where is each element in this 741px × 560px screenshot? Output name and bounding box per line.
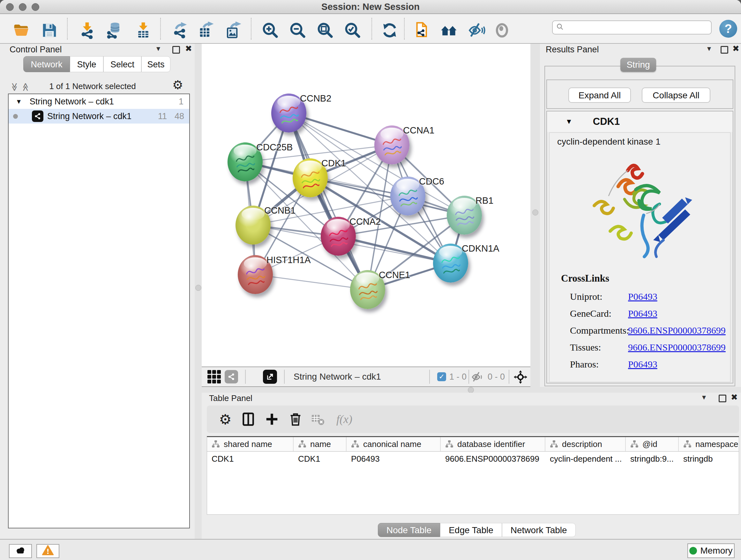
tab-select[interactable]: Select bbox=[104, 56, 141, 72]
export-table-button[interactable] bbox=[197, 22, 216, 40]
right-splitter-handle[interactable] bbox=[532, 209, 538, 215]
panel-menu-caret-icon[interactable]: ▾ bbox=[156, 44, 160, 53]
left-splitter[interactable] bbox=[195, 44, 202, 539]
table-cell[interactable]: stringdb bbox=[679, 452, 739, 466]
selected-checkbox-icon[interactable]: ✓ bbox=[437, 372, 446, 381]
panel-float-icon[interactable] bbox=[719, 395, 726, 402]
table-cell[interactable]: stringdb:9... bbox=[626, 452, 679, 466]
network-share-badge-icon bbox=[32, 111, 44, 122]
panel-float-icon[interactable] bbox=[721, 46, 728, 54]
tab-network[interactable]: Network bbox=[23, 56, 70, 72]
node-label-cdc25b: CDC25B bbox=[256, 142, 293, 152]
delete-column-trash-icon[interactable] bbox=[286, 406, 305, 433]
cloud-status-button[interactable] bbox=[9, 544, 32, 558]
panel-close-icon[interactable]: ✖ bbox=[731, 392, 738, 402]
memory-button[interactable]: Memory bbox=[687, 543, 735, 558]
export-network-button[interactable] bbox=[171, 22, 190, 40]
bottom-splitter-handle[interactable] bbox=[468, 387, 474, 393]
column-header-namespace[interactable]: namespace bbox=[679, 437, 739, 451]
collapse-all-chevron-icon[interactable]: ≫ bbox=[10, 83, 19, 91]
tab-node-table[interactable]: Node Table bbox=[378, 523, 440, 537]
zoom-in-button[interactable] bbox=[261, 22, 280, 40]
zoom-selected-button[interactable] bbox=[343, 22, 362, 40]
table-settings-gear-icon[interactable]: ⚙ bbox=[216, 406, 235, 433]
show-glass-button[interactable] bbox=[493, 22, 511, 40]
crosslink-value[interactable]: 9606.ENSP00000378699 bbox=[628, 342, 726, 353]
table-panel: Table Panel ▾ ✖ ⚙ f(x) shared namenameca… bbox=[202, 393, 741, 539]
save-session-button[interactable] bbox=[40, 22, 59, 40]
tab-network-table[interactable]: Network Table bbox=[502, 523, 576, 537]
table-row[interactable]: CDK1CDK1P064939606.ENSP00000378699cyclin… bbox=[207, 452, 739, 466]
toolbar-divider bbox=[245, 370, 246, 384]
crosslink-value[interactable]: P06493 bbox=[628, 359, 657, 369]
panel-menu-caret-icon[interactable]: ▾ bbox=[707, 44, 711, 53]
table-cell[interactable]: P06493 bbox=[347, 452, 441, 466]
show-columns-icon[interactable] bbox=[239, 406, 258, 433]
zoom-out-button[interactable] bbox=[288, 22, 307, 40]
import-database-icon bbox=[105, 22, 123, 40]
tree-expand-caret-icon[interactable]: ▼ bbox=[16, 98, 22, 105]
column-header-shared-name[interactable]: shared name bbox=[207, 437, 293, 451]
crosslink-value[interactable]: P06493 bbox=[628, 308, 657, 319]
open-session-button[interactable] bbox=[12, 22, 30, 40]
toolbar-divider bbox=[67, 18, 68, 40]
string-home-button[interactable] bbox=[440, 22, 458, 40]
panel-close-icon[interactable]: ✖ bbox=[732, 44, 739, 54]
import-table-button[interactable] bbox=[134, 22, 152, 40]
tab-string[interactable]: String bbox=[620, 58, 656, 72]
export-image-button[interactable] bbox=[224, 22, 243, 40]
cdk1-entry-header[interactable]: ▼ CDK1 bbox=[547, 111, 733, 132]
left-splitter-handle[interactable] bbox=[195, 285, 201, 291]
results-panel: Results Panel ▾ ✖ String Expand All Coll… bbox=[540, 44, 741, 387]
tab-sets[interactable]: Sets bbox=[141, 56, 171, 72]
network-view-share-icon[interactable] bbox=[225, 370, 238, 383]
table-cell[interactable]: 9606.ENSP00000378699 bbox=[441, 452, 545, 466]
grid-view-icon[interactable] bbox=[207, 370, 221, 383]
move-crosshair-icon[interactable] bbox=[513, 370, 528, 386]
detach-view-button[interactable] bbox=[263, 370, 277, 384]
table-cell[interactable]: cyclin-dependent ... bbox=[545, 452, 626, 466]
hide-glass-button[interactable] bbox=[468, 22, 486, 40]
control-panel-tabs: NetworkStyleSelectSets bbox=[23, 56, 171, 72]
zoom-fit-button[interactable] bbox=[316, 22, 334, 40]
panel-menu-caret-icon[interactable]: ▾ bbox=[702, 393, 706, 401]
crosslink-label: Tissues: bbox=[570, 339, 628, 356]
warnings-button[interactable] bbox=[37, 544, 59, 558]
collapse-all-button[interactable]: Collapse All bbox=[642, 87, 711, 103]
crosslink-value[interactable]: 9606.ENSP00000378699 bbox=[628, 325, 726, 335]
node-label-ccnb1: CCNB1 bbox=[264, 205, 295, 216]
add-column-plus-icon[interactable] bbox=[262, 406, 281, 433]
gear-icon[interactable]: ⚙ bbox=[172, 78, 183, 92]
column-header-name[interactable]: name bbox=[293, 437, 347, 451]
network-row-selected[interactable]: String Network – cdk1 11 48 bbox=[9, 109, 189, 124]
tab-edge-table[interactable]: Edge Table bbox=[440, 523, 502, 537]
panel-close-icon[interactable]: ✖ bbox=[185, 44, 192, 54]
table-cell[interactable]: CDK1 bbox=[293, 452, 347, 466]
node-table: shared namenamecanonical namedatabase id… bbox=[207, 436, 739, 515]
entry-description: cyclin-dependent kinase 1 bbox=[557, 137, 661, 147]
import-network-file-button[interactable] bbox=[78, 22, 96, 40]
panel-float-icon[interactable] bbox=[172, 46, 180, 54]
crosslink-value[interactable]: P06493 bbox=[628, 291, 657, 302]
import-network-database-button[interactable] bbox=[105, 22, 123, 40]
expand-all-chevron-icon[interactable]: ≫ bbox=[20, 83, 30, 91]
column-header-description[interactable]: description bbox=[545, 437, 626, 451]
column-header-canonical-name[interactable]: canonical name bbox=[347, 437, 441, 451]
column-header--id[interactable]: @id bbox=[626, 437, 679, 451]
string-import-button[interactable] bbox=[412, 22, 430, 40]
apply-layout-button[interactable] bbox=[381, 22, 399, 40]
expand-all-button[interactable]: Expand All bbox=[568, 87, 631, 103]
hidden-eye-slash-icon[interactable] bbox=[472, 371, 484, 384]
crosslink-label: GeneCard: bbox=[570, 305, 628, 322]
network-canvas[interactable]: CCNB2CCNA1CDC25BCDK1CDC6RB1CCNB1CCNA2CDK… bbox=[202, 44, 530, 367]
table-cell[interactable]: CDK1 bbox=[207, 452, 293, 466]
entry-collapse-caret-icon[interactable]: ▼ bbox=[565, 118, 572, 126]
search-input[interactable] bbox=[567, 22, 708, 33]
control-panel: Control Panel ▾ ✖ NetworkStyleSelectSets… bbox=[0, 44, 195, 539]
network-collection-row[interactable]: ▼ String Network – cdk1 1 bbox=[9, 94, 189, 109]
column-header-database-identifier[interactable]: database identifier bbox=[441, 437, 545, 451]
help-button[interactable]: ? bbox=[719, 20, 737, 38]
zoom-out-icon bbox=[289, 22, 307, 40]
crosslinks-title: CrossLinks bbox=[561, 273, 609, 284]
tab-style[interactable]: Style bbox=[70, 56, 104, 72]
